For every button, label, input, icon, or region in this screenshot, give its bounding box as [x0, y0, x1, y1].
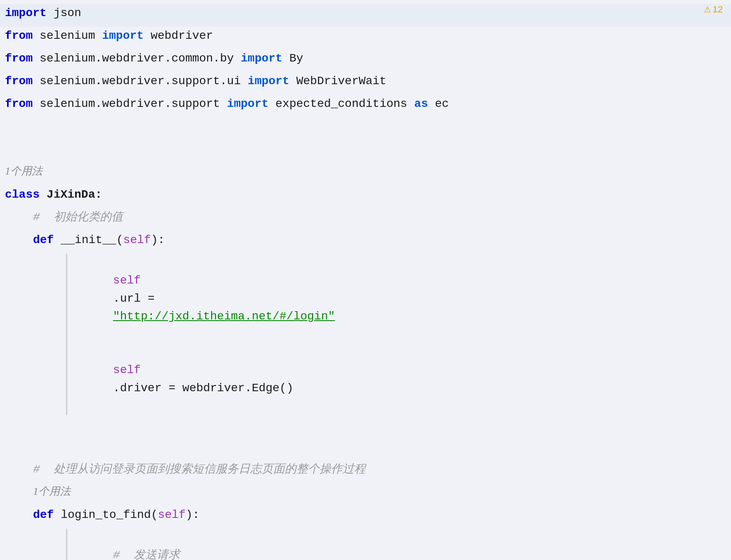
code-token: ):	[186, 506, 200, 524]
code-line: # 发送请求	[0, 529, 731, 560]
string-literal: "http://jxd.itheima.net/#/login"	[113, 310, 335, 323]
keyword-self: self	[158, 506, 185, 524]
keyword-import: import	[241, 50, 282, 67]
code-token: selenium.webdriver.common.by	[33, 50, 241, 67]
code-token	[40, 186, 47, 203]
code-token: WebDriverWait	[289, 72, 386, 90]
code-line: from selenium import webdriver	[0, 27, 731, 50]
warning-badge: ⚠ 12	[704, 2, 723, 17]
code-token: json	[47, 4, 81, 22]
code-token: login_to_find(	[54, 506, 158, 524]
keyword-def: def	[33, 506, 54, 524]
keyword-import: import	[5, 4, 47, 22]
code-line: self .url = "http://jxd.itheima.net/#/lo…	[0, 254, 731, 343]
code-line: # 处理从访问登录页面到搜索短信服务日志页面的整个操作过程	[0, 461, 731, 483]
code-line: def __init__( self ):	[0, 231, 731, 254]
code-token: .url =	[113, 292, 162, 305]
code-token: .driver = webdriver.Edge()	[113, 382, 293, 395]
code-line: from selenium.webdriver.common.by import…	[0, 50, 731, 72]
code-token: selenium.webdriver.support	[33, 95, 227, 113]
usage-count: 1个用法	[5, 163, 43, 180]
code-line: from selenium.webdriver.support import e…	[0, 95, 731, 118]
keyword-self: self	[123, 231, 151, 249]
keyword-as: as	[414, 95, 428, 113]
code-token: expected_conditions	[269, 95, 414, 113]
keyword-import: import	[248, 72, 289, 90]
warning-count: 12	[713, 2, 723, 17]
keyword-from: from	[5, 50, 33, 67]
keyword-self: self	[113, 274, 141, 287]
usage-hint-line: 1个用法	[0, 483, 731, 506]
code-line: import json	[0, 4, 731, 27]
keyword-from: from	[5, 72, 33, 90]
code-line: from selenium.webdriver.support.ui impor…	[0, 72, 731, 95]
empty-line	[0, 438, 731, 461]
code-token: selenium	[33, 27, 102, 45]
code-line: self .driver = webdriver.Edge()	[0, 343, 731, 415]
empty-line	[0, 118, 731, 140]
code-token: ):	[151, 231, 165, 249]
code-editor: ⚠ 12 import json from selenium import we…	[0, 0, 731, 560]
warning-icon: ⚠	[704, 3, 711, 16]
code-token: ec	[428, 95, 449, 113]
keyword-from: from	[5, 95, 33, 113]
keyword-self: self	[113, 364, 141, 376]
keyword-from: from	[5, 27, 33, 45]
empty-line	[0, 415, 731, 438]
comment: # 处理从访问登录页面到搜索短信服务日志页面的整个操作过程	[33, 461, 366, 478]
keyword-class: class	[5, 186, 40, 203]
keyword-import: import	[102, 27, 144, 45]
code-line: # 初始化类的值	[0, 208, 731, 231]
code-token: webdriver	[144, 27, 213, 45]
code-line: def login_to_find( self ):	[0, 506, 731, 529]
keyword-def: def	[33, 231, 54, 249]
code-token: __init__(	[54, 231, 123, 249]
code-token: By	[282, 50, 303, 67]
code-token: selenium.webdriver.support.ui	[33, 72, 248, 90]
usage-count: 1个用法	[33, 483, 71, 500]
comment: # 发送请求	[113, 549, 180, 560]
keyword-import: import	[227, 95, 269, 113]
class-name: JiXinDa:	[47, 186, 102, 203]
code-line: class JiXinDa:	[0, 186, 731, 208]
usage-hint-line: 1个用法	[0, 163, 731, 186]
comment: # 初始化类的值	[33, 208, 123, 226]
empty-line	[0, 140, 731, 163]
